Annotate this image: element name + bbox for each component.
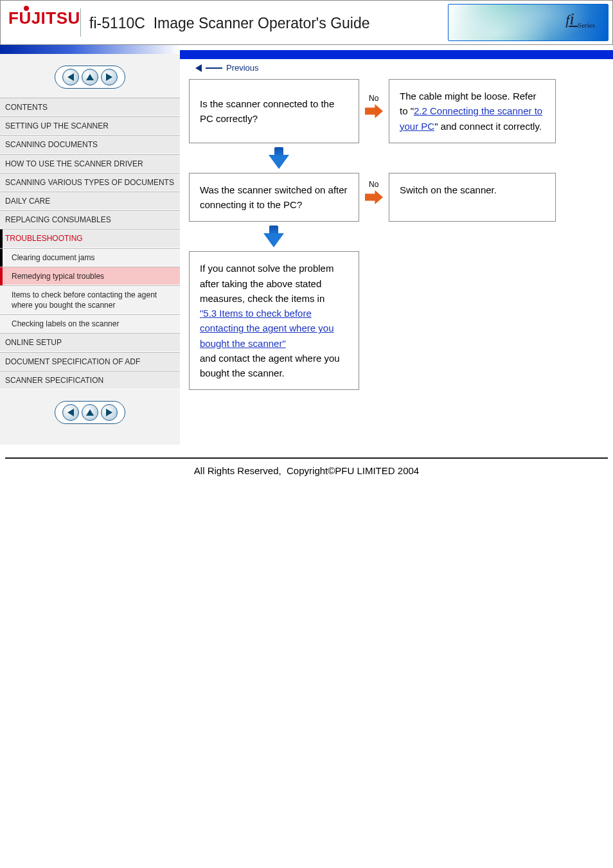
no-label-1: No	[369, 94, 378, 103]
nav-menu: CONTENTS SETTING UP THE SCANNER SCANNING…	[0, 98, 180, 389]
arrow-left-icon	[67, 73, 74, 81]
nav-items-to-check[interactable]: Items to check before contacting the age…	[0, 285, 180, 314]
section-accent-bar	[0, 249, 3, 267]
arrow-down-2	[263, 226, 284, 247]
nav-scanner-spec[interactable]: SCANNER SPECIFICATION	[0, 371, 180, 389]
header: FUJITSU fi-5110C Image Scanner Operator'…	[0, 0, 613, 45]
section-accent-bar	[0, 229, 3, 247]
series-badge-text: fi Series	[565, 10, 595, 29]
arrow-right-2: No	[359, 173, 389, 222]
prev-button[interactable]	[62, 69, 79, 85]
fujitsu-logo: FUJITSU	[8, 10, 80, 26]
main-content: Previous Is the scanner connected to the…	[180, 45, 613, 445]
arrow-left-icon	[67, 409, 74, 416]
logo-dot-icon	[24, 6, 29, 11]
next-button[interactable]	[101, 69, 118, 85]
troubleshoot-flow: Previous Is the scanner connected to the…	[180, 63, 613, 390]
back-arrow-line	[206, 67, 222, 69]
nav-checking-labels[interactable]: Checking labels on the scanner	[0, 314, 180, 333]
nav-contents[interactable]: CONTENTS	[0, 98, 180, 116]
series-badge: fi Series	[448, 4, 609, 41]
sidebar-top-gradient	[0, 45, 180, 54]
footer-rule	[5, 457, 608, 459]
link-items-to-check[interactable]: "5.3 Items to check before contacting th…	[200, 306, 348, 351]
arrow-right-icon	[106, 73, 112, 81]
copyright: All Rights Reserved, Copyright©PFU LIMIT…	[0, 465, 613, 489]
nav-daily-care[interactable]: DAILY CARE	[0, 191, 180, 210]
logo-text: FUJITSU	[8, 8, 80, 28]
next-button-bottom[interactable]	[101, 404, 118, 421]
nav-scanning-documents[interactable]: SCANNING DOCUMENTS	[0, 135, 180, 154]
answer-1: The cable might be loose. Refer to "2.2 …	[389, 79, 556, 143]
arrow-down-1	[269, 147, 289, 169]
nav-remedying-troubles[interactable]: Remedying typical troubles	[0, 267, 180, 285]
up-button-bottom[interactable]	[82, 404, 98, 421]
answer-2: Switch on the scanner.	[389, 173, 556, 222]
nav-online-setup[interactable]: ONLINE SETUP	[0, 333, 180, 351]
up-button[interactable]	[82, 69, 98, 85]
previous-button[interactable]: Previous	[195, 63, 604, 73]
main-top-bar	[180, 50, 613, 59]
no-label-2: No	[369, 180, 378, 189]
back-arrow-icon	[195, 64, 202, 72]
nav-pill-top	[55, 66, 125, 89]
question-1: Is the scanner connected to the PC corre…	[189, 79, 359, 143]
prev-button-bottom[interactable]	[62, 404, 79, 421]
nav-troubleshooting[interactable]: TROUBLESHOOTING	[0, 229, 180, 247]
previous-label: Previous	[226, 63, 259, 73]
sidebar: CONTENTS SETTING UP THE SCANNER SCANNING…	[0, 45, 180, 445]
arrow-up-icon	[86, 409, 94, 416]
arrow-right-1: No	[359, 79, 389, 143]
nav-scanning-various[interactable]: SCANNING VARIOUS TYPES OF DOCUMENTS	[0, 173, 180, 191]
nav-pill-bottom	[55, 401, 125, 424]
active-accent-bar	[0, 267, 3, 285]
nav-troubleshooting-label: TROUBLESHOOTING	[5, 234, 83, 243]
arrow-right-icon	[365, 190, 383, 204]
nav-setting-up[interactable]: SETTING UP THE SCANNER	[0, 116, 180, 135]
nav-replacing-consumables[interactable]: REPLACING CONSUMABLES	[0, 210, 180, 229]
arrow-right-icon	[106, 409, 112, 416]
header-separator	[80, 8, 81, 37]
question-2: Was the scanner switched on after connec…	[189, 173, 359, 222]
nav-clearing-jams[interactable]: Clearing document jams	[0, 248, 180, 267]
arrow-up-icon	[86, 74, 94, 80]
nav-how-to-use-driver[interactable]: HOW TO USE THE SCANNER DRIVER	[0, 154, 180, 173]
nav-doc-spec-adf[interactable]: DOCUMENT SPECIFICATION OF ADF	[0, 352, 180, 371]
final-instruction: If you cannot solve the problem after ta…	[189, 251, 359, 390]
page-title: fi-5110C Image Scanner Operator's Guide	[89, 15, 370, 32]
arrow-right-icon	[365, 104, 383, 118]
